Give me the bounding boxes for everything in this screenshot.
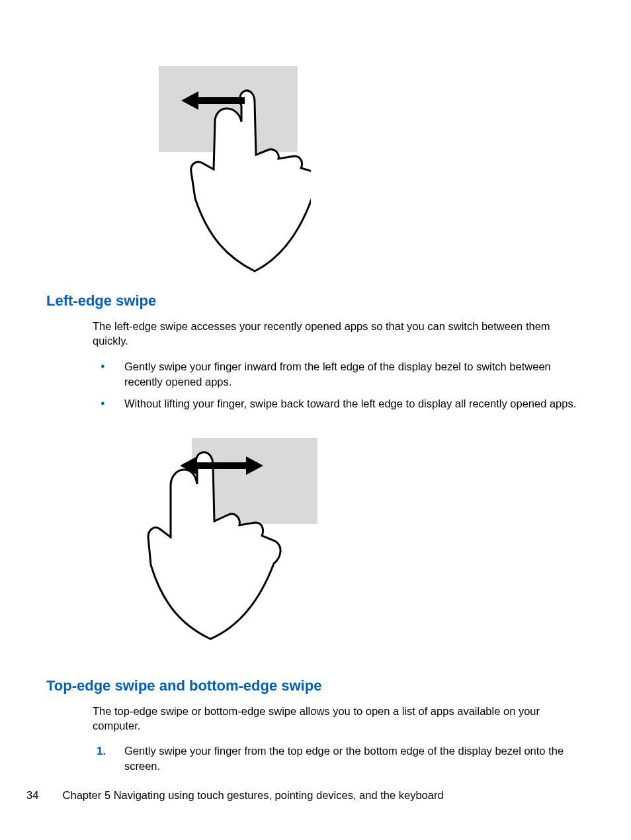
bullet-item: Without lifting your finger, swipe back …: [93, 396, 585, 411]
intro-top-bottom-edge-swipe: The top-edge swipe or bottom-edge swipe …: [93, 704, 585, 734]
step-item: Gently swipe your finger from the top ed…: [93, 743, 585, 774]
heading-top-bottom-edge-swipe: Top-edge swipe and bottom-edge swipe: [46, 677, 585, 694]
page: Left-edge swipe The left-edge swipe acce…: [0, 0, 631, 840]
heading-left-edge-swipe: Left-edge swipe: [46, 292, 585, 310]
page-number: 34: [26, 789, 60, 802]
illustration-swipe-from-left: [112, 425, 585, 665]
chapter-label: Chapter 5 Navigating using touch gesture…: [63, 789, 444, 801]
steps-top-bottom-edge-swipe: Gently swipe your finger from the top ed…: [93, 743, 585, 774]
intro-left-edge-swipe: The left-edge swipe accesses your recent…: [93, 319, 585, 349]
bullets-left-edge-swipe: Gently swipe your finger inward from the…: [93, 359, 585, 411]
page-footer: 34 Chapter 5 Navigating using touch gest…: [26, 789, 585, 802]
illustration-swipe-from-right: [112, 60, 585, 280]
bullet-item: Gently swipe your finger inward from the…: [93, 359, 585, 390]
